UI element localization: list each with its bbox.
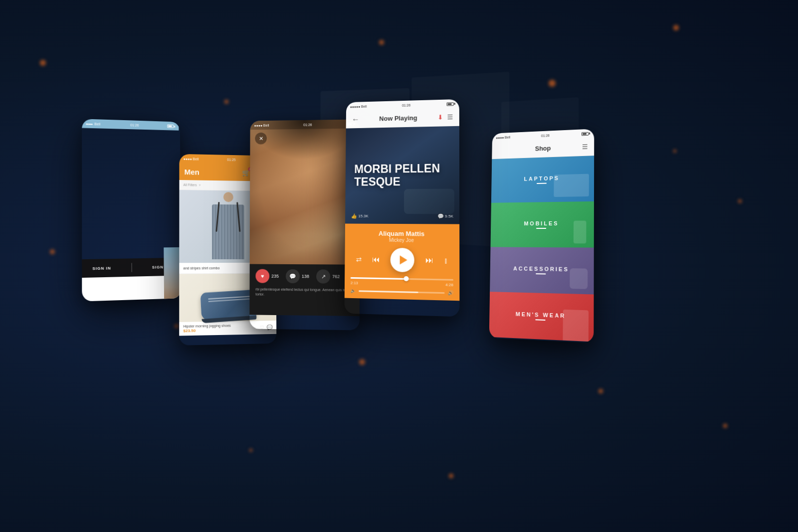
menu-icon[interactable]: ☰ [447, 113, 453, 121]
bokeh-dot [175, 324, 179, 328]
divider [131, 263, 132, 272]
bokeh-dot [738, 199, 742, 203]
phone-now-playing: ●●●●● Bell 01:26 ← Now Playing ⬇ ☰ MORBI… [344, 99, 459, 317]
product1-name: and stripes shirt combo [183, 266, 219, 270]
back-icon[interactable]: ← [352, 115, 360, 124]
header-title-phone2: Men [185, 168, 200, 177]
equalizer-button[interactable]: ⫿ [444, 256, 448, 264]
next-button[interactable]: ⏭ [425, 256, 433, 265]
status-bar-phone3: ●●●● Bell 01:26 [250, 119, 360, 130]
category-accessories[interactable]: ACCESSORIES [490, 247, 594, 294]
comment-item[interactable]: 💬 138 [286, 269, 309, 283]
social-bar: ♥ 235 💬 138 ↗ 762 rbi pellentesque eleif… [249, 264, 359, 301]
song-stats: 👍 15.3K 💬 9.5K [351, 213, 453, 219]
bokeh-dot [224, 100, 228, 104]
nav-bar-phone4: ← Now Playing ⬇ ☰ [346, 108, 459, 129]
song-like-count: 15.3K [358, 214, 368, 218]
time-current: 2:13 [351, 281, 358, 285]
play-button[interactable] [391, 248, 414, 272]
product2-price: $23.50 [183, 328, 230, 333]
menswear-label: MEN'S WEAR [516, 311, 566, 319]
player-section: Aliquam Mattis Mickey Joe ⇄ ⏮ ⏭ ⫿ 2:13 4… [345, 224, 460, 301]
like-count: 235 [271, 274, 279, 279]
phone-shop-categories: ●●●● Bell 01:26 Shop ☰ LAPTOPS MOBILES A… [489, 129, 595, 343]
song-comment-count: 9.5K [445, 214, 453, 218]
song-title: MORBI PELLEN TESQUE [354, 162, 450, 188]
category-laptops[interactable]: LAPTOPS [491, 156, 594, 203]
bokeh-dot [673, 25, 679, 30]
time-total: 4:28 [445, 283, 453, 288]
all-filters[interactable]: All Filters [184, 183, 197, 186]
battery-phone1 [167, 124, 175, 128]
shuffle-button[interactable]: ⇄ [356, 255, 362, 263]
bokeh-dot [449, 474, 453, 478]
vol-high-icon: 🔊 [448, 290, 453, 296]
progress-section [351, 277, 453, 281]
bokeh-dot [723, 424, 727, 428]
time-phone1: 01:26 [130, 123, 139, 127]
menu-icon-shop[interactable]: ☰ [582, 143, 588, 151]
bokeh-dot [40, 60, 46, 66]
carrier-phone2: ●●●● Bell [184, 157, 199, 161]
accessories-label: ACCESSORIES [513, 265, 569, 272]
artist-sub: Mickey Joe [351, 237, 453, 243]
carrier-phone1: ●●●●● Bell [86, 122, 101, 126]
category-mobiles[interactable]: MOBILES [491, 201, 594, 248]
vol-low-icon: 🔈 [351, 288, 356, 293]
portrait-area: ●●●● Bell 01:26 ✕ [250, 119, 360, 264]
category-menswear[interactable]: MEN'S WEAR [489, 292, 594, 342]
post-text: rbi pellentesque eleifend lectus qui ton… [255, 287, 353, 298]
artist-info: Aliquam Mattis Mickey Joe [351, 229, 453, 243]
bokeh-dot [379, 40, 384, 45]
share-count: 762 [332, 274, 340, 279]
bokeh-dot [359, 359, 365, 365]
sign-in-button[interactable]: SIGN IN [92, 266, 111, 271]
laptops-label: LAPTOPS [524, 175, 560, 182]
filter-label: ▾ [199, 183, 201, 187]
phone3-bottom [249, 300, 360, 316]
like-item[interactable]: ♥ 235 [255, 269, 279, 283]
cart-icon[interactable]: 🛒 2 [242, 169, 250, 177]
bokeh-dot [50, 249, 55, 254]
header-title-phone5: Shop [535, 145, 551, 153]
bokeh-dot [673, 150, 676, 153]
time-phone2: 01:25 [227, 158, 235, 161]
phone-social: ●●●● Bell 01:26 ✕ ♥ 235 💬 138 ↗ 762 [249, 119, 360, 330]
mobiles-label: MOBILES [524, 220, 559, 226]
prev-button[interactable]: ⏮ [372, 255, 380, 264]
time-labels: 2:13 4:28 [351, 281, 453, 287]
album-art: MORBI PELLEN TESQUE 👍 15.3K 💬 9.5K [345, 126, 459, 224]
playback-controls: ⇄ ⏮ ⏭ ⫿ [351, 247, 453, 273]
bokeh-dot [598, 389, 603, 393]
download-icon[interactable]: ⬇ [437, 114, 443, 121]
bokeh-dot [249, 449, 252, 452]
volume-track[interactable] [359, 290, 444, 294]
phone-appify: ●●●●● Bell 01:26 Appify MOBILE APP UI KI… [82, 119, 182, 301]
comment-count: 138 [302, 274, 309, 279]
progress-track[interactable] [351, 277, 453, 281]
nav-title-phone4: Now Playing [379, 114, 417, 123]
bokeh-dot [549, 80, 556, 87]
artist-name: Aliquam Mattis [351, 229, 453, 238]
volume-row: 🔈 🔊 [351, 288, 453, 296]
share-item[interactable]: ↗ 762 [316, 269, 340, 284]
